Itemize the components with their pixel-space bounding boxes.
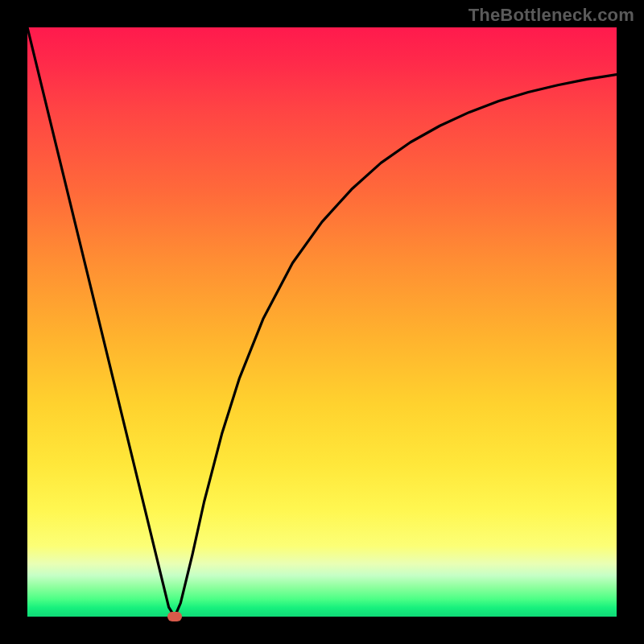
plot-area <box>27 27 617 617</box>
watermark-text: TheBottleneck.com <box>469 5 634 26</box>
minimum-marker <box>167 612 182 621</box>
chart-frame: TheBottleneck.com <box>0 0 644 644</box>
background-gradient <box>27 27 617 617</box>
